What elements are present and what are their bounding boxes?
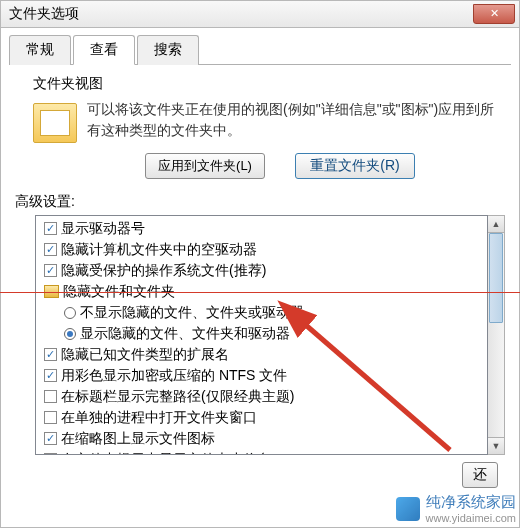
tree-item[interactable]: 在单独的进程中打开文件夹窗口 xyxy=(44,407,479,428)
folder-view-buttons: 应用到文件夹(L) 重置文件夹(R) xyxy=(15,153,505,179)
checkbox-icon[interactable] xyxy=(44,243,57,256)
checkbox-icon[interactable] xyxy=(44,453,57,455)
tree-item-label: 隐藏受保护的操作系统文件(推荐) xyxy=(61,260,266,281)
tree-item[interactable]: 用彩色显示加密或压缩的 NTFS 文件 xyxy=(44,365,479,386)
tree-item[interactable]: 隐藏受保护的操作系统文件(推荐) xyxy=(44,260,479,281)
tree-item-label: 显示驱动器号 xyxy=(61,218,145,239)
tree-item-label: 隐藏计算机文件夹中的空驱动器 xyxy=(61,239,257,260)
tree-item-label: 用彩色显示加密或压缩的 NTFS 文件 xyxy=(61,365,287,386)
tree-item[interactable]: 隐藏计算机文件夹中的空驱动器 xyxy=(44,239,479,260)
tree-item-label: 在缩略图上显示文件图标 xyxy=(61,428,215,449)
close-icon: ✕ xyxy=(490,7,499,20)
restore-defaults-button[interactable]: 还 xyxy=(462,462,498,488)
tab-search[interactable]: 搜索 xyxy=(137,35,199,65)
advanced-settings-wrap: 显示驱动器号隐藏计算机文件夹中的空驱动器隐藏受保护的操作系统文件(推荐)隐藏文件… xyxy=(35,215,505,455)
annotation-line xyxy=(0,292,520,293)
tree-item-label: 不显示隐藏的文件、文件夹或驱动器 xyxy=(80,302,304,323)
tree-item-label: 在标题栏显示完整路径(仅限经典主题) xyxy=(61,386,294,407)
tab-strip: 常规 查看 搜索 xyxy=(9,34,511,65)
folder-view-title: 文件夹视图 xyxy=(15,75,505,93)
tree-item[interactable]: 显示驱动器号 xyxy=(44,218,479,239)
tree-item-label: 在单独的进程中打开文件夹窗口 xyxy=(61,407,257,428)
tree-item[interactable]: 在缩略图上显示文件图标 xyxy=(44,428,479,449)
advanced-settings-tree[interactable]: 显示驱动器号隐藏计算机文件夹中的空驱动器隐藏受保护的操作系统文件(推荐)隐藏文件… xyxy=(35,215,488,455)
tab-view[interactable]: 查看 xyxy=(73,35,135,65)
tree-item-label: 显示隐藏的文件、文件夹和驱动器 xyxy=(80,323,290,344)
watermark-name: 纯净系统家园 xyxy=(426,493,516,512)
scroll-track[interactable] xyxy=(488,233,504,437)
scroll-up-button[interactable]: ▲ xyxy=(488,216,504,233)
folder-view-row: 可以将该文件夹正在使用的视图(例如"详细信息"或"图标")应用到所有这种类型的文… xyxy=(15,99,505,143)
tab-content-view: 文件夹视图 可以将该文件夹正在使用的视图(例如"详细信息"或"图标")应用到所有… xyxy=(9,65,511,465)
window-title: 文件夹选项 xyxy=(9,5,79,23)
radio-icon[interactable] xyxy=(64,328,76,340)
scroll-down-button[interactable]: ▼ xyxy=(488,437,504,454)
tree-item[interactable]: 不显示隐藏的文件、文件夹或驱动器 xyxy=(44,302,479,323)
watermark: 纯净系统家园 www.yidaimei.com xyxy=(396,493,516,524)
checkbox-icon[interactable] xyxy=(44,390,57,403)
checkbox-icon[interactable] xyxy=(44,222,57,235)
advanced-settings-label: 高级设置: xyxy=(15,193,505,211)
checkbox-icon[interactable] xyxy=(44,348,57,361)
folder-view-desc: 可以将该文件夹正在使用的视图(例如"详细信息"或"图标")应用到所有这种类型的文… xyxy=(87,99,505,141)
watermark-url: www.yidaimei.com xyxy=(426,512,516,524)
checkbox-icon[interactable] xyxy=(44,264,57,277)
checkbox-icon[interactable] xyxy=(44,369,57,382)
scroll-thumb[interactable] xyxy=(489,233,503,323)
tab-general[interactable]: 常规 xyxy=(9,35,71,65)
window-body: 常规 查看 搜索 文件夹视图 可以将该文件夹正在使用的视图(例如"详细信息"或"… xyxy=(0,28,520,528)
scrollbar[interactable]: ▲ ▼ xyxy=(488,215,505,455)
apply-to-folders-button[interactable]: 应用到文件夹(L) xyxy=(145,153,265,179)
radio-icon[interactable] xyxy=(64,307,76,319)
tree-item-label: 在文件夹提示中显示文件大小信息 xyxy=(61,449,271,455)
tree-item[interactable]: 在文件夹提示中显示文件大小信息 xyxy=(44,449,479,455)
watermark-logo-icon xyxy=(396,497,420,521)
checkbox-icon[interactable] xyxy=(44,411,57,424)
reset-folders-button[interactable]: 重置文件夹(R) xyxy=(295,153,415,179)
close-button[interactable]: ✕ xyxy=(473,4,515,24)
tree-item-label: 隐藏已知文件类型的扩展名 xyxy=(61,344,229,365)
tree-item[interactable]: 显示隐藏的文件、文件夹和驱动器 xyxy=(44,323,479,344)
tree-item[interactable]: 在标题栏显示完整路径(仅限经典主题) xyxy=(44,386,479,407)
checkbox-icon[interactable] xyxy=(44,432,57,445)
titlebar: 文件夹选项 ✕ xyxy=(0,0,520,28)
tree-item[interactable]: 隐藏已知文件类型的扩展名 xyxy=(44,344,479,365)
folder-icon xyxy=(33,103,77,143)
